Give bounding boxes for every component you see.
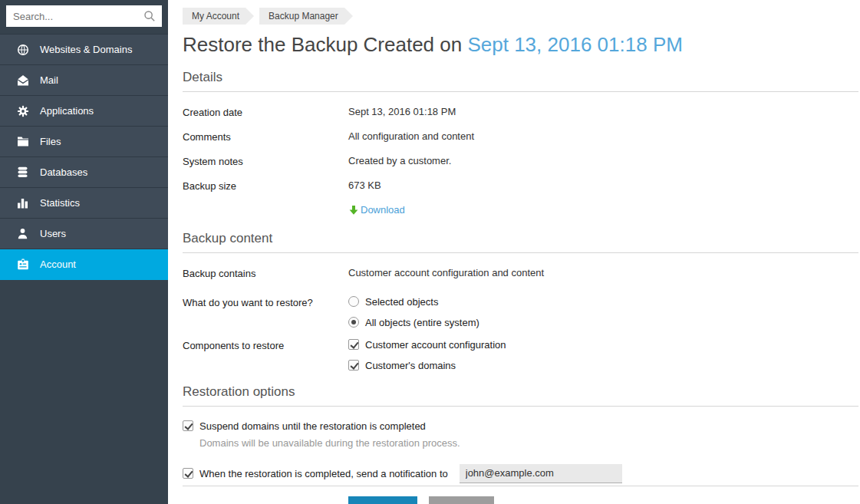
backup-size-value: 673 KB xyxy=(348,180,381,192)
sidebar-item-label: Mail xyxy=(40,74,58,86)
selected-objects-radio[interactable] xyxy=(348,296,359,307)
backup-size-label: Backup size xyxy=(183,180,348,192)
customers-domains-label[interactable]: Customer's domains xyxy=(365,360,456,371)
page-title: Restore the Backup Created on Sept 13, 2… xyxy=(183,32,858,57)
suspend-domains-block: Suspend domains until the restoration is… xyxy=(183,420,858,449)
form-footer: *Required fields Restore Cancel xyxy=(183,486,858,504)
comments-value: All configuration and content xyxy=(348,130,474,143)
sidebar-item-mail[interactable]: Mail xyxy=(0,65,168,96)
restore-scope-row: What do you want to restore? Selected ob… xyxy=(183,296,858,328)
components-label: Components to restore xyxy=(183,339,348,371)
components-row: Components to restore Customer account c… xyxy=(183,339,858,371)
gear-icon xyxy=(16,105,29,117)
notification-checkbox[interactable] xyxy=(183,468,193,479)
mail-envelope-icon xyxy=(16,74,29,87)
sidebar-item-websites-domains[interactable]: Websites & Domains xyxy=(0,35,168,65)
customer-account-configuration-checkbox[interactable] xyxy=(348,339,359,350)
backup-content-section: Backup content Backup contains Customer … xyxy=(183,231,858,371)
notification-label[interactable]: When the restoration is completed, send … xyxy=(199,468,448,479)
details-heading: Details xyxy=(183,70,858,92)
selected-objects-label[interactable]: Selected objects xyxy=(365,296,438,308)
sidebar-item-statistics[interactable]: Statistics xyxy=(0,188,168,219)
search-icon[interactable] xyxy=(143,10,156,22)
notification-email-input[interactable] xyxy=(460,464,622,483)
suspend-domains-checkbox[interactable] xyxy=(183,420,193,431)
sidebar: Websites & Domains Mail xyxy=(0,0,168,504)
id-badge-icon xyxy=(16,259,29,271)
restore-button[interactable]: Restore xyxy=(348,496,417,504)
breadcrumb-backup-manager[interactable]: Backup Manager xyxy=(259,8,344,25)
system-notes-row: System notes Created by a customer. xyxy=(183,155,858,167)
notification-option: When the restoration is completed, send … xyxy=(183,464,858,483)
cancel-button[interactable]: Cancel xyxy=(429,496,494,504)
customer-account-configuration-label[interactable]: Customer account configuration xyxy=(365,339,506,351)
details-section: Details Creation date Sept 13, 2016 01:1… xyxy=(183,70,858,218)
radio-option-selected-objects: Selected objects xyxy=(348,296,479,308)
suspend-domains-option: Suspend domains until the restoration is… xyxy=(183,420,858,432)
sidebar-item-account[interactable]: Account xyxy=(0,249,168,280)
sidebar-item-files[interactable]: Files xyxy=(0,127,168,157)
sidebar-item-label: Databases xyxy=(40,166,87,178)
system-notes-value: Created by a customer. xyxy=(348,155,451,167)
sidebar-item-label: Users xyxy=(40,228,66,239)
sidebar-item-applications[interactable]: Applications xyxy=(0,96,168,127)
user-icon xyxy=(16,228,29,240)
notification-block: When the restoration is completed, send … xyxy=(183,464,858,483)
breadcrumb-my-account[interactable]: My Account xyxy=(183,8,245,25)
required-fields-note: *Required fields xyxy=(183,496,348,504)
breadcrumb: My Account Backup Manager xyxy=(183,8,858,25)
system-notes-label: System notes xyxy=(183,155,348,167)
globe-icon xyxy=(16,44,29,56)
sidebar-menu: Websites & Domains Mail xyxy=(0,34,168,280)
suspend-domains-hint: Domains will be unavailable during the r… xyxy=(199,437,858,449)
customers-domains-checkbox[interactable] xyxy=(348,360,359,371)
backup-content-heading: Backup content xyxy=(183,231,858,253)
sidebar-item-label: Statistics xyxy=(40,197,80,209)
suspend-domains-label[interactable]: Suspend domains until the restoration is… xyxy=(199,420,426,432)
download-arrow-icon xyxy=(348,205,359,216)
all-objects-radio[interactable] xyxy=(348,317,359,328)
checkbox-option-customers-domains: Customer's domains xyxy=(348,360,506,371)
creation-date-label: Creation date xyxy=(183,106,348,118)
all-objects-label[interactable]: All objects (entire system) xyxy=(365,317,479,328)
backup-contains-value: Customer account configuration and conte… xyxy=(348,267,544,279)
sidebar-item-label: Applications xyxy=(40,105,94,117)
search-input[interactable] xyxy=(6,5,162,27)
backup-contains-row: Backup contains Customer account configu… xyxy=(183,267,858,279)
sidebar-item-databases[interactable]: Databases xyxy=(0,157,168,188)
sidebar-search xyxy=(0,0,168,34)
page-title-prefix: Restore the Backup Created on xyxy=(183,33,467,56)
sidebar-item-label: Files xyxy=(40,136,61,147)
sidebar-item-users[interactable]: Users xyxy=(0,219,168,249)
sidebar-item-label: Websites & Domains xyxy=(40,44,132,55)
sidebar-item-label: Account xyxy=(40,259,76,270)
restoration-options-heading: Restoration options xyxy=(183,384,858,407)
backup-size-row: Backup size 673 KB xyxy=(183,180,858,192)
bar-chart-icon xyxy=(16,197,29,209)
download-row: Download xyxy=(183,204,858,218)
download-link-label: Download xyxy=(361,204,405,216)
backup-contains-label: Backup contains xyxy=(183,267,348,279)
restore-scope-label: What do you want to restore? xyxy=(183,296,348,328)
restoration-options-section: Restoration options Suspend domains unti… xyxy=(183,384,858,483)
creation-date-value: Sept 13, 2016 01:18 PM xyxy=(348,106,456,118)
folder-icon xyxy=(16,136,29,148)
comments-row: Comments All configuration and content xyxy=(183,130,858,143)
creation-date-row: Creation date Sept 13, 2016 01:18 PM xyxy=(183,106,858,118)
checkbox-option-account-configuration: Customer account configuration xyxy=(348,339,506,351)
download-link[interactable]: Download xyxy=(348,204,405,216)
comments-label: Comments xyxy=(183,130,348,143)
main-content: My Account Backup Manager Restore the Ba… xyxy=(168,0,860,504)
radio-option-all-objects: All objects (entire system) xyxy=(348,317,479,328)
database-icon xyxy=(16,166,29,179)
page-title-date: Sept 13, 2016 01:18 PM xyxy=(467,33,682,56)
